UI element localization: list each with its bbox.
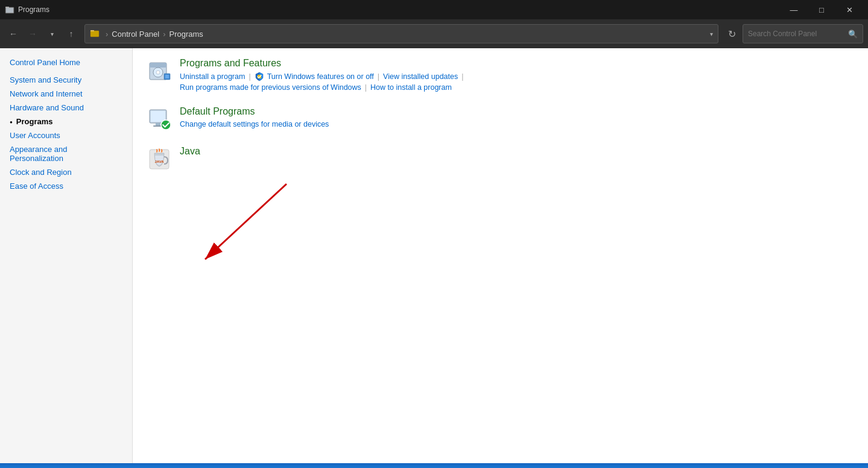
sidebar-item-hardware-sound[interactable]: Hardware and Sound (0, 101, 132, 115)
shield-icon (255, 72, 264, 81)
sidebar-item-clock-region[interactable]: Clock and Region (0, 165, 132, 179)
address-segment-2: Programs (169, 30, 203, 39)
view-updates-link[interactable]: View installed updates (383, 72, 458, 81)
svg-point-8 (156, 71, 160, 74)
default-programs-body: Default Programs Change default settings… (180, 106, 854, 128)
svg-line-20 (205, 184, 287, 259)
titlebar: Programs — □ ✕ (0, 0, 868, 19)
sidebar-item-control-panel-home[interactable]: Control Panel Home (0, 55, 132, 69)
default-programs-icon (147, 107, 171, 131)
close-button[interactable]: ✕ (835, 0, 863, 19)
java-section: JAVA Java (147, 146, 854, 171)
minimize-button[interactable]: — (780, 0, 808, 19)
svg-rect-2 (6, 8, 13, 13)
sidebar-item-programs[interactable]: Programs (16, 117, 53, 126)
refresh-button[interactable]: ↻ (723, 25, 740, 42)
programs-features-links2: Run programs made for previous versions … (180, 83, 854, 92)
how-install-link[interactable]: How to install a program (370, 83, 452, 92)
address-sep-2: › (163, 30, 165, 39)
annotation-arrow (169, 166, 308, 299)
maximize-button[interactable]: □ (808, 0, 835, 19)
sidebar-item-network-internet[interactable]: Network and Internet (0, 87, 132, 101)
default-programs-section: Default Programs Change default settings… (147, 106, 854, 131)
java-title[interactable]: Java (180, 146, 854, 157)
programs-features-icon (147, 59, 171, 83)
address-bar[interactable]: › Control Panel › Programs ▾ (84, 24, 718, 43)
sidebar: Control Panel Home System and Security N… (0, 48, 133, 463)
sep1: | (249, 72, 250, 81)
search-input[interactable] (748, 30, 844, 38)
svg-rect-13 (151, 111, 165, 122)
java-icon: JAVA (147, 147, 171, 171)
address-sep-1: › (106, 30, 108, 39)
programs-features-body: Programs and Features Uninstall a progra… (180, 58, 854, 92)
back-button[interactable]: ← (5, 25, 22, 42)
sep2: | (378, 72, 379, 81)
default-programs-title[interactable]: Default Programs (180, 106, 854, 117)
titlebar-app-icon (5, 5, 14, 14)
svg-rect-3 (90, 31, 99, 37)
default-programs-links: Change default settings for media or dev… (180, 120, 854, 128)
search-icon: 🔍 (848, 30, 858, 39)
sep3: | (461, 72, 463, 81)
sidebar-item-appearance[interactable]: Appearance and Personalization (0, 142, 132, 165)
svg-rect-4 (90, 30, 94, 31)
run-previous-link[interactable]: Run programs made for previous versions … (180, 83, 361, 92)
titlebar-controls: — □ ✕ (780, 0, 863, 19)
sidebar-item-system-security[interactable]: System and Security (0, 73, 132, 87)
svg-rect-10 (165, 75, 169, 78)
change-default-link[interactable]: Change default settings for media or dev… (180, 120, 329, 128)
up-button[interactable]: ↑ (63, 25, 80, 42)
home-icon (90, 28, 100, 40)
programs-bullet: ● (10, 119, 13, 125)
titlebar-left: Programs (5, 5, 49, 14)
programs-features-section: Programs and Features Uninstall a progra… (147, 58, 854, 92)
java-body: Java (180, 146, 854, 160)
dropdown-button[interactable]: ▾ (43, 25, 60, 42)
programs-features-title[interactable]: Programs and Features (180, 58, 854, 69)
windows-features-link[interactable]: Turn Windows features on or off (255, 72, 374, 81)
svg-rect-6 (150, 63, 166, 68)
address-path: › Control Panel › Programs (90, 28, 203, 40)
uninstall-program-link[interactable]: Uninstall a program (180, 72, 245, 81)
forward-button[interactable]: → (24, 25, 41, 42)
sidebar-item-user-accounts[interactable]: User Accounts (0, 128, 132, 142)
main-window: Control Panel Home System and Security N… (0, 48, 868, 463)
svg-text:JAVA: JAVA (154, 160, 164, 163)
svg-rect-1 (5, 7, 9, 8)
titlebar-title: Programs (18, 5, 49, 14)
sep4: | (365, 83, 367, 92)
address-chevron-icon: ▾ (710, 31, 713, 37)
address-segment-1: Control Panel (112, 30, 159, 39)
programs-features-links: Uninstall a program | Turn Windows featu… (180, 72, 854, 81)
toolbar: ← → ▾ ↑ › Control Panel › Programs ▾ ↻ 🔍 (0, 19, 868, 48)
svg-rect-14 (156, 123, 160, 125)
sidebar-item-ease-access[interactable]: Ease of Access (0, 179, 132, 193)
bottom-bar (0, 463, 868, 468)
sidebar-item-programs-container: ● Programs (0, 115, 132, 128)
search-box[interactable]: 🔍 (743, 24, 863, 43)
content-area: Programs and Features Uninstall a progra… (133, 48, 868, 463)
toolbar-right: ↻ (723, 25, 740, 42)
